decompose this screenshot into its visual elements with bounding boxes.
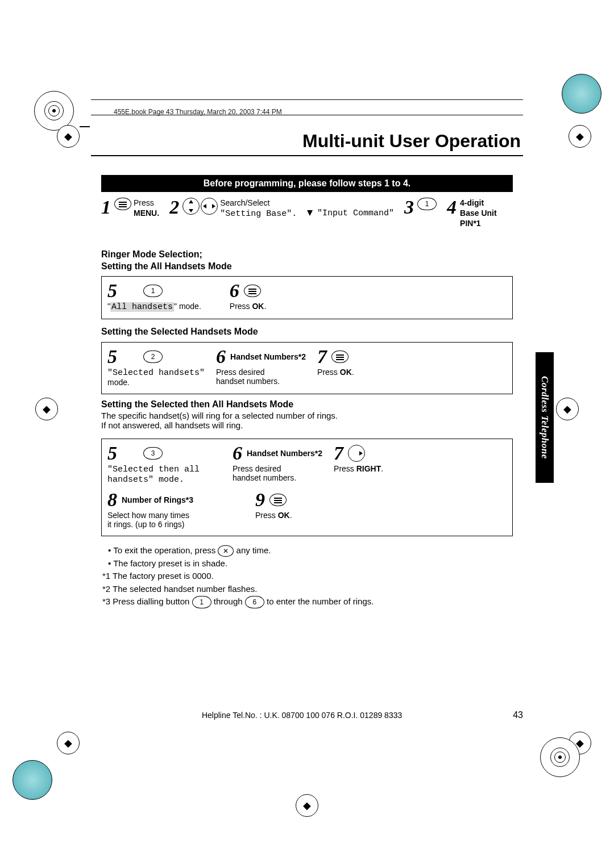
note-star-3: *3 Press dialling button 1 through 6 to … <box>102 595 374 608</box>
register-mark-icon <box>44 101 64 120</box>
step-4: 4 4-digit Base Unit PIN*1 <box>447 198 497 229</box>
crop-arrow-tr: ◆ <box>569 125 591 148</box>
step-number: 2 <box>169 198 179 217</box>
step-2-text: Search/Select "Setting Base". <box>220 198 297 220</box>
crop-arrow-mr: ◆ <box>556 398 579 420</box>
crop-arrow-ml: ◆ <box>35 398 58 420</box>
step-3: 3 1 <box>404 198 437 217</box>
crop-arrow-bl: ◆ <box>57 732 80 754</box>
procedure-box-selected: 5 2 "Selected handsets"mode. 6 Handset N… <box>101 342 513 394</box>
key-3-icon: 3 <box>143 447 163 460</box>
step-5: 5 3 "Selected then allhandsets" mode. <box>107 444 221 485</box>
note-star-2: *2 The selected handset number flashes. <box>102 583 374 596</box>
cancel-key-icon: ✕ <box>218 545 234 557</box>
menu-button-icon <box>269 494 287 506</box>
dpad-right-icon <box>348 445 365 462</box>
procedure-box-all-handsets: 5 1 "All handsets" mode. 6 Press OK. <box>101 276 513 319</box>
preface-banner: Before programming, please follow steps … <box>101 175 513 192</box>
step-7: 7 Press RIGHT. <box>334 444 383 473</box>
crop-circle-bl-cyan <box>13 760 52 800</box>
key-1-icon: 1 <box>192 596 211 608</box>
key-1-icon: 1 <box>417 198 437 210</box>
step-6: 6 Handset Numbers*2 Press desiredhandset… <box>216 347 306 386</box>
crop-circle-br <box>540 737 580 777</box>
section-tab-cordless-telephone: Cordless Telephone <box>536 352 554 483</box>
print-header-note: 455E.book Page 43 Thursday, March 20, 20… <box>114 108 282 116</box>
key-1-icon: 1 <box>143 285 163 297</box>
step-6: 6 Handset Numbers*2 Press desiredhandset… <box>233 444 322 482</box>
shaded-preset: All handsets <box>110 302 174 312</box>
heading-ringer-mode: Ringer Mode Selection; Setting the All H… <box>101 249 232 273</box>
step-1: 1 <box>101 198 131 217</box>
key-2-icon: 2 <box>143 350 163 363</box>
step-2-arrow-text: "Input Command" <box>307 207 394 219</box>
helpline-text: Helpline Tel.No. : U.K. 08700 100 076 R.… <box>202 711 402 720</box>
note-bullet-1: • To exit the operation, press ✕ any tim… <box>108 544 374 557</box>
step-8: 8 Number of Rings*3 Select how many time… <box>107 490 244 529</box>
step-number: 3 <box>404 198 414 217</box>
page-number: 43 <box>513 710 523 720</box>
page-footer: Helpline Tel.No. : U.K. 08700 100 076 R.… <box>91 710 523 720</box>
note-bullet-2: • The factory preset is in shade. <box>108 557 374 570</box>
dpad-leftright-icon <box>201 198 218 215</box>
step-6: 6 Press OK. <box>230 281 267 311</box>
crop-circle-tr-cyan <box>562 74 601 114</box>
step-7: 7 Press OK. <box>317 347 354 377</box>
menu-button-icon <box>331 350 349 363</box>
notes-list: • To exit the operation, press ✕ any tim… <box>108 544 374 608</box>
page-title: Multi-unit User Operation <box>91 131 523 156</box>
step-5: 5 2 "Selected handsets"mode. <box>107 347 205 387</box>
heading-selected-then-all: Setting the Selected then All Handsets M… <box>101 399 338 430</box>
crop-line <box>80 126 90 127</box>
step-number: 4 <box>447 198 457 217</box>
step-number: 1 <box>101 198 111 217</box>
procedure-box-selected-then-all: 5 3 "Selected then allhandsets" mode. 6 … <box>101 439 513 536</box>
key-6-icon: 6 <box>245 596 264 608</box>
register-mark-icon <box>550 748 570 767</box>
menu-button-icon <box>114 198 131 210</box>
menu-button-icon <box>244 285 261 297</box>
step-4-text: 4-digit Base Unit PIN*1 <box>460 198 497 229</box>
heading-selected-handsets: Setting the Selected Handsets Mode <box>101 326 258 338</box>
step-1-text: Press MENU. <box>134 198 159 218</box>
dpad-updown-icon <box>182 198 200 215</box>
note-star-1: *1 The factory preset is 0000. <box>102 570 374 583</box>
down-arrow-icon <box>307 210 313 216</box>
step-5: 5 1 "All handsets" mode. <box>107 281 201 312</box>
step-2: 2 <box>169 198 218 217</box>
common-steps-row: 1 Press MENU. 2 Search/Select "Setting B… <box>101 198 513 229</box>
crop-arrow-bottom: ◆ <box>296 794 318 817</box>
crop-arrow-tl: ◆ <box>57 125 80 148</box>
step-9: 9 Press OK. <box>255 490 292 520</box>
